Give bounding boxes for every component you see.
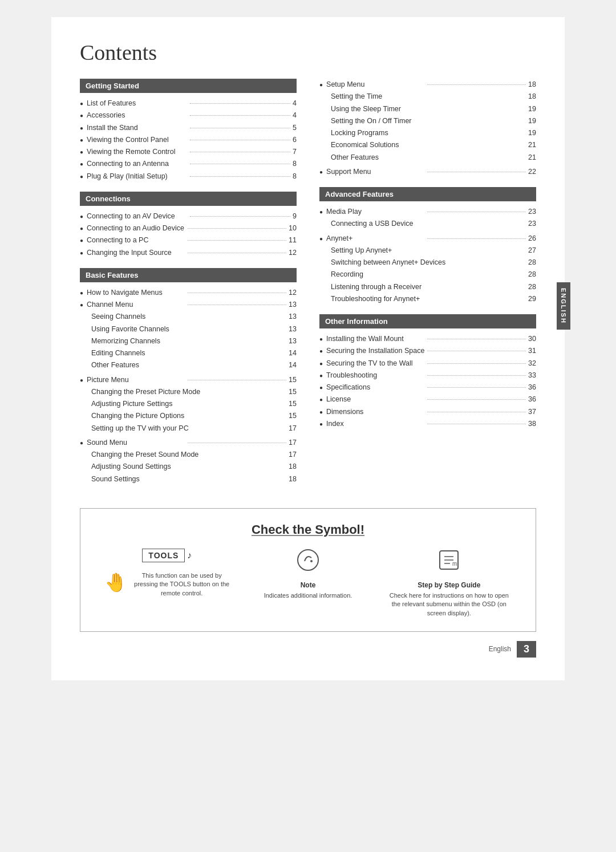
toc-label: Troubleshooting xyxy=(326,370,425,382)
sub-item: Editing Channels14 xyxy=(91,347,297,359)
toc-label: Installing the Wall Mount xyxy=(326,333,425,345)
toc-label: Viewing the Remote Control xyxy=(87,146,188,158)
footer-page-number: 3 xyxy=(517,641,536,658)
dots xyxy=(427,387,526,388)
dots xyxy=(427,212,526,212)
page-num: 10 xyxy=(289,222,297,234)
sub-item: Changing the Preset Sound Mode17 xyxy=(91,449,297,461)
page-num: 15 xyxy=(289,374,297,386)
toc-label: Media Play xyxy=(326,206,425,218)
toc-label: Changing the Input Source xyxy=(87,247,185,259)
dots xyxy=(427,84,526,85)
toc-item: ● Securing the Installation Space 31 xyxy=(319,345,536,357)
check-symbol-section: Check the Symbol! TOOLS ♪ 🤚 This functio… xyxy=(80,508,536,632)
dots xyxy=(190,115,291,116)
getting-started-list: ● List of Features 4 ● Accessories 4 ● I… xyxy=(80,98,297,182)
page-num: 23 xyxy=(528,206,536,218)
bullet: ● xyxy=(319,419,323,429)
toc-item: ● List of Features 4 xyxy=(80,98,297,109)
symbol-row: TOOLS ♪ 🤚 This function can be used by p… xyxy=(98,549,518,618)
dots xyxy=(188,253,286,253)
toc-item: ● Troubleshooting 33 xyxy=(319,370,536,382)
sub-item: Connecting a USB Device23 xyxy=(331,218,536,230)
toc-label: Connecting to an Audio Device xyxy=(87,222,185,234)
dots xyxy=(188,305,286,305)
bullet: ● xyxy=(319,334,323,344)
toc-item: ● Plug & Play (Initial Setup) 8 xyxy=(80,171,297,182)
toc-item: ● Connecting to an Antenna 8 xyxy=(80,158,297,170)
page-num: 11 xyxy=(289,234,297,246)
toc-label: Install the Stand xyxy=(87,122,188,134)
dots xyxy=(190,164,291,164)
sub-item: Setting the Time18 xyxy=(331,91,536,103)
bullet: ● xyxy=(319,167,323,177)
sub-item: Other Features14 xyxy=(91,359,297,371)
page-num: 33 xyxy=(528,370,536,382)
toc-label: Accessories xyxy=(87,109,188,121)
toc-label: License xyxy=(326,393,425,405)
note-symbol: Note Indicates additional information. xyxy=(264,549,352,600)
toc-label: Index xyxy=(326,418,425,430)
sub-item: Seeing Channels13 xyxy=(91,311,297,323)
sub-item: Adjusting Sound Settings18 xyxy=(91,461,297,473)
svg-point-1 xyxy=(310,560,313,562)
page-num: 17 xyxy=(289,437,297,449)
tools-badge: TOOLS xyxy=(142,549,185,562)
toc-item: ● Dimensions 37 xyxy=(319,406,536,418)
page-num: 26 xyxy=(528,233,536,245)
toc-label: Dimensions xyxy=(326,406,425,418)
toc-label: Viewing the Control Panel xyxy=(87,134,188,146)
svg-text:m: m xyxy=(452,561,457,567)
bullet: ● xyxy=(319,383,323,392)
footer: English 3 xyxy=(80,641,536,658)
bullet: ● xyxy=(80,212,83,221)
anynet-sub-list: Setting Up Anynet+27 Switching between A… xyxy=(319,245,536,305)
page-num: 8 xyxy=(293,171,297,182)
dots xyxy=(188,228,286,229)
advanced-features-list: ● Media Play 23 Connecting a USB Device2… xyxy=(319,206,536,305)
toc-item: ● Connecting to an AV Device 9 xyxy=(80,210,297,222)
toc-item: ● Viewing the Remote Control 7 xyxy=(80,146,297,158)
toc-label: Plug & Play (Initial Setup) xyxy=(87,171,188,182)
step-guide-label: Step by Step Guide xyxy=(418,581,480,589)
dots xyxy=(427,375,526,376)
dots xyxy=(190,176,291,177)
toc-item-picture: ● Picture Menu 15 Changing the Preset Pi… xyxy=(80,374,297,435)
page-num: 12 xyxy=(289,287,297,299)
toc-label: Connecting to a PC xyxy=(87,234,185,246)
bullet: ● xyxy=(80,111,83,120)
sub-item: Using the Sleep Timer19 xyxy=(331,103,536,115)
dots xyxy=(190,152,291,152)
toc-item: ● Connecting to a PC 11 xyxy=(80,234,297,246)
dots xyxy=(188,443,286,443)
right-column: ● Setup Menu 18 Setting the Time18 Using… xyxy=(319,79,536,491)
tools-row: 🤚 This function can be used by pressing … xyxy=(104,571,230,598)
toc-label: Sound Menu xyxy=(87,437,185,449)
toc-label: Channel Menu xyxy=(87,299,185,311)
toc-label: Picture Menu xyxy=(87,374,185,386)
bullet: ● xyxy=(80,438,83,448)
tools-symbol: TOOLS ♪ 🤚 This function can be used by p… xyxy=(104,549,230,598)
toc-item-anynet: ● Anynet+ 26 Setting Up Anynet+27 Switch… xyxy=(319,233,536,306)
dots xyxy=(427,399,526,400)
left-column: Getting Started ● List of Features 4 ● A… xyxy=(80,79,297,491)
toc-item: ● Viewing the Control Panel 6 xyxy=(80,134,297,146)
dots xyxy=(427,363,526,364)
toc-label: Connecting to an AV Device xyxy=(87,210,188,222)
sub-item: Using Favorite Channels13 xyxy=(91,323,297,335)
toc-label: Specifications xyxy=(326,382,425,393)
sub-item: Adjusting Picture Settings15 xyxy=(91,398,297,410)
sub-item: Recording28 xyxy=(331,269,536,281)
bullet: ● xyxy=(319,80,323,90)
bullet: ● xyxy=(80,135,83,145)
sub-item: Setting up the TV with your PC17 xyxy=(91,423,297,435)
bullet: ● xyxy=(80,288,83,298)
page-num: 18 xyxy=(528,79,536,91)
step-guide-symbol: m Step by Step Guide Check here for inst… xyxy=(386,549,512,618)
tools-icon: ♪ xyxy=(187,550,192,560)
toc-label: Securing the TV to the Wall xyxy=(326,358,425,370)
connections-header: Connections xyxy=(80,192,297,206)
toc-item: ● Install the Stand 5 xyxy=(80,122,297,134)
page-num: 6 xyxy=(293,134,297,146)
bullet: ● xyxy=(80,99,83,108)
